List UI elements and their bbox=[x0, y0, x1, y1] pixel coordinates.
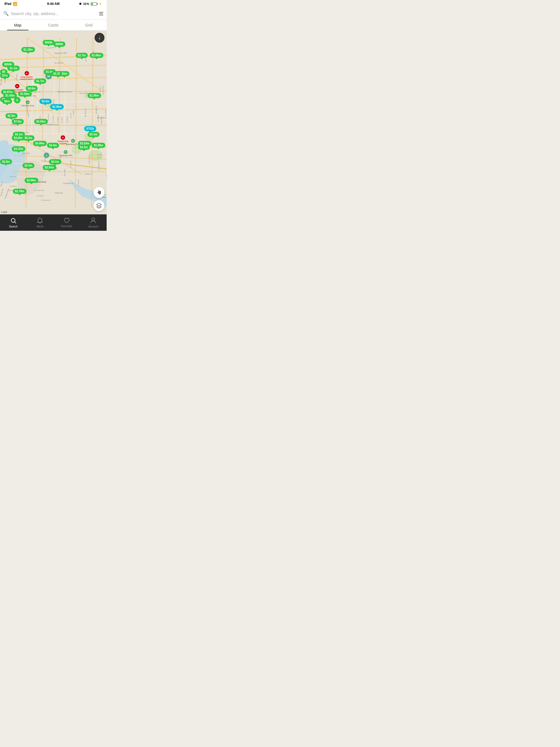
bluetooth-icon: ✱ bbox=[79, 2, 81, 6]
layers-icon bbox=[96, 203, 102, 209]
hospital-cross-icon: + bbox=[25, 71, 29, 75]
svg-text:Via Lido Nord: Via Lido Nord bbox=[34, 189, 44, 191]
legal-text: Legal bbox=[1, 210, 7, 213]
hand-icon bbox=[96, 189, 102, 196]
price-pin-315m[interactable]: $3.15m bbox=[12, 146, 25, 152]
price-pin-899k[interactable]: $899k bbox=[53, 42, 65, 47]
svg-text:Signal Rd: Signal Rd bbox=[64, 169, 66, 176]
svg-text:Broad St: Broad St bbox=[48, 114, 49, 121]
svg-text:Aliso Ave: Aliso Ave bbox=[22, 152, 30, 154]
hospital-cross-icon-2: + bbox=[15, 84, 19, 88]
tab-bar-account[interactable]: Account bbox=[80, 217, 107, 228]
park-cross-icon-3: + bbox=[64, 150, 68, 154]
hospital-marker-1: + Hoag Hospital Newport Beach bbox=[19, 71, 34, 81]
price-pin-278m[interactable]: $2.78m bbox=[13, 189, 27, 194]
price-pin-40m[interactable]: $4.0m bbox=[26, 86, 38, 91]
tab-cards[interactable]: Cards bbox=[35, 20, 71, 30]
price-pin-41m[interactable]: $4.1m bbox=[49, 159, 61, 164]
view-tabs: Map Cards Grid bbox=[0, 20, 107, 31]
svg-text:Crestview Dr: Crestview Dr bbox=[63, 182, 74, 184]
price-pin-928k[interactable]: $928k bbox=[43, 40, 55, 45]
price-pin-118m[interactable]: $1.18m bbox=[21, 47, 35, 52]
price-pin-36m[interactable]: $3.6m bbox=[40, 99, 51, 104]
search-bar: 🔍 Search city, zip, address... bbox=[0, 8, 107, 20]
search-input-area[interactable]: 🔍 Search city, zip, address... bbox=[3, 11, 99, 16]
account-tab-label: Account bbox=[88, 225, 98, 228]
price-pin-28m[interactable]: $2.8m bbox=[0, 159, 12, 164]
compass-button[interactable] bbox=[95, 33, 104, 43]
price-pin-354m[interactable]: $3.54m bbox=[43, 165, 56, 170]
price-pin-17m-2[interactable]: $1.7m bbox=[34, 78, 46, 84]
search-tab-label: Search bbox=[9, 225, 18, 228]
svg-text:E 15th St: E 15th St bbox=[100, 85, 101, 93]
price-pin-752k[interactable]: $752k bbox=[84, 126, 96, 131]
svg-text:Clay St: Clay St bbox=[57, 117, 59, 123]
battery-indicator bbox=[91, 2, 97, 5]
price-pin-195m[interactable]: $1.95m bbox=[87, 93, 101, 98]
tab-bar-search[interactable]: Search bbox=[0, 217, 27, 228]
battery-fill bbox=[91, 3, 93, 5]
search-placeholder: Search city, zip, address... bbox=[11, 11, 59, 16]
price-pin-29m[interactable]: $2.9m bbox=[5, 113, 18, 119]
svg-text:Sherington Pl: Sherington Pl bbox=[98, 161, 100, 171]
svg-text:Fullerton Ave: Fullerton Ave bbox=[102, 85, 104, 96]
status-left: iPad 📶 bbox=[4, 2, 17, 6]
svg-text:Broadway: Broadway bbox=[101, 117, 103, 124]
price-pin-198m[interactable]: $1.98m bbox=[92, 143, 105, 148]
svg-text:16th Pl: 16th Pl bbox=[70, 113, 72, 118]
hand-gesture-button[interactable] bbox=[94, 187, 104, 198]
filter-button[interactable] bbox=[99, 12, 103, 15]
svg-text:Comm: Comm bbox=[97, 157, 102, 158]
price-pin-34m[interactable]: $3.4m bbox=[47, 143, 59, 148]
price-pin-17m-1[interactable]: $1.7m bbox=[76, 53, 88, 58]
svg-text:Lenwood Dr: Lenwood Dr bbox=[88, 155, 90, 164]
price-pin-398m[interactable]: $3.98m bbox=[25, 178, 38, 183]
svg-text:Westminster Ave: Westminster Ave bbox=[57, 91, 72, 93]
price-pin-25m[interactable]: $2.5m bbox=[22, 163, 34, 168]
svg-line-110 bbox=[15, 222, 16, 223]
park-label-bob: Bob Henry Pa... bbox=[66, 143, 80, 146]
price-pin-295m[interactable]: $2.95m bbox=[50, 104, 64, 109]
price-pin-cluster-2[interactable]: 2 bbox=[14, 97, 21, 103]
svg-text:Cabrillo St: Cabrillo St bbox=[97, 114, 99, 122]
search-tab-icon bbox=[10, 217, 17, 224]
filter-line-3 bbox=[99, 15, 103, 15]
price-pin-355m[interactable]: $3.55m bbox=[34, 119, 48, 124]
favorites-tab-label: Favorites bbox=[61, 225, 72, 228]
price-pin-5m[interactable]: $5m bbox=[2, 99, 12, 104]
svg-point-111 bbox=[92, 218, 95, 221]
price-pin-7m-left[interactable]: $7m bbox=[0, 73, 10, 78]
map-view[interactable]: Superior Ave W 16th St Newport Blvd E 18… bbox=[0, 31, 107, 214]
price-pin-70m[interactable]: $7.0m bbox=[12, 119, 24, 124]
status-right: ✱ 31% ⚡ bbox=[79, 2, 102, 6]
svg-text:E 18th St: E 18th St bbox=[96, 106, 97, 114]
price-pin-156m[interactable]: $1.56m bbox=[18, 91, 32, 97]
price-pin-165m[interactable]: $1.65m bbox=[90, 53, 103, 58]
tab-map[interactable]: Map bbox=[0, 20, 35, 30]
account-tab-icon bbox=[90, 217, 96, 224]
price-pin-62m[interactable]: $6.2m bbox=[22, 135, 34, 140]
svg-text:Beacon St: Beacon St bbox=[52, 115, 54, 123]
tab-grid[interactable]: Grid bbox=[71, 20, 107, 30]
price-pin-1m[interactable]: $1m bbox=[59, 71, 70, 76]
alerts-tab-label: Alerts bbox=[36, 225, 44, 228]
park-marker-castaways: + Castaways Park bbox=[59, 150, 73, 157]
svg-text:Redlands Ave: Redlands Ave bbox=[47, 124, 58, 126]
svg-text:Pirate Rd: Pirate Rd bbox=[55, 192, 62, 194]
hospital-label-1: Hoag Hospital Newport Beach bbox=[19, 76, 34, 81]
layers-button[interactable] bbox=[94, 200, 104, 211]
status-time: 9:44 AM bbox=[47, 2, 59, 6]
svg-text:Flower St: Flower St bbox=[105, 109, 107, 116]
price-pin-11m[interactable]: $1.1m bbox=[7, 66, 19, 71]
battery-bar bbox=[91, 2, 97, 5]
price-pin-33m-1[interactable]: $3.3m bbox=[78, 145, 90, 150]
tab-bar-alerts[interactable]: Alerts bbox=[27, 217, 54, 228]
status-bar: iPad 📶 9:44 AM ✱ 31% ⚡ bbox=[0, 0, 107, 8]
tab-bar-favorites[interactable]: Favorites bbox=[53, 217, 80, 228]
svg-text:E 17th St: E 17th St bbox=[84, 109, 86, 117]
svg-text:Knox St: Knox St bbox=[61, 117, 63, 123]
filter-line-2 bbox=[100, 14, 103, 14]
svg-text:E 16th St: E 16th St bbox=[67, 115, 68, 123]
price-pin-499m[interactable]: $4.99m bbox=[33, 141, 47, 146]
svg-text:W 16th St: W 16th St bbox=[55, 62, 63, 64]
